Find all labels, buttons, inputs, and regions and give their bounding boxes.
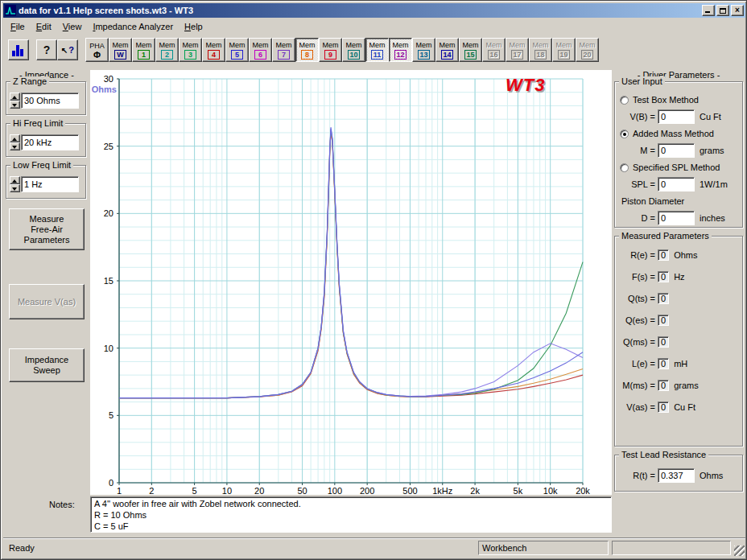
impedance-sweep-button[interactable]: Impedance Sweep — [9, 348, 85, 382]
low-freq-limit-group: Low Freq Limit 1 Hz — [6, 165, 86, 199]
svg-text:500: 500 — [402, 486, 417, 495]
mem-7-button[interactable]: Mem7 — [272, 38, 295, 62]
chart-canvas: 1251020501002005001kHz2k5k10k20k05101520… — [90, 70, 612, 495]
mem-15-button[interactable]: Mem15 — [459, 38, 482, 62]
measured-parameters-label: Measured Parameters — [619, 231, 712, 241]
mem-1-button[interactable]: Mem1 — [132, 38, 155, 62]
mem-4-button[interactable]: Mem4 — [202, 38, 225, 62]
svg-text:5: 5 — [109, 410, 113, 420]
menu-impedance-analyzer[interactable]: Impedance Analyzer — [87, 20, 179, 33]
spin-down-icon[interactable] — [10, 101, 20, 109]
mem-5-button[interactable]: Mem5 — [225, 38, 249, 62]
mem-button-label: Mem — [416, 41, 432, 49]
svg-text:10k: 10k — [543, 486, 558, 495]
hi-freq-spinner[interactable] — [10, 134, 20, 150]
mem-button-label: Mem — [276, 41, 292, 49]
mem-button-number: 20 — [581, 50, 593, 60]
spin-down-icon[interactable] — [10, 142, 20, 150]
mem-button-number: 14 — [441, 50, 453, 60]
mem-10-button[interactable]: Mem10 — [342, 38, 365, 62]
mem-button-label: Mem — [533, 41, 549, 49]
unit-label: 1W/1m — [700, 179, 728, 189]
mem-button-number: 17 — [511, 50, 523, 60]
minimize-button[interactable] — [702, 5, 715, 16]
measured-parameter-rows: R(e) =0OhmsF(s) =0HzQ(ts) =0Q(es) =0Q(ms… — [620, 249, 739, 413]
measured-label: Q(es) = — [620, 315, 655, 325]
field-label: M = — [620, 146, 655, 155]
menu-file[interactable]: File — [5, 20, 31, 33]
radio-test-box-method[interactable]: Test Box Method — [620, 92, 739, 108]
notes-textarea[interactable]: A 4'' woofer in free air with Zobel netw… — [90, 496, 612, 533]
maximize-button[interactable] — [716, 5, 729, 16]
mem-12-button[interactable]: Mem12 — [389, 38, 412, 62]
question-mark-icon: ? — [68, 45, 74, 55]
phi-icon: Φ — [93, 50, 101, 60]
menu-edit[interactable]: Edit — [31, 20, 57, 33]
titlebar[interactable]: data for v1.1 Help screen shots.wt3 - WT… — [3, 3, 745, 18]
mem-8-button[interactable]: Mem8 — [295, 38, 319, 62]
mem-button-strip: Mem1Mem2Mem3Mem4Mem5Mem6Mem7Mem8Mem9Mem1… — [132, 38, 599, 62]
menu-help[interactable]: Help — [179, 20, 208, 33]
svg-text:25: 25 — [104, 142, 113, 151]
svg-text:0: 0 — [109, 478, 113, 488]
svg-text:20: 20 — [104, 208, 113, 218]
context-help-button[interactable]: ↖? — [57, 39, 78, 60]
l-e-field: 0 — [658, 358, 669, 369]
resize-grip[interactable] — [734, 546, 745, 556]
r-e-field: 0 — [658, 249, 669, 261]
mem-button-number: 1 — [138, 50, 150, 60]
mem-button-label: Mem — [440, 41, 456, 49]
status-bar: Ready Workbench — [3, 537, 745, 557]
radio-added-mass-method[interactable]: Added Mass Method — [620, 126, 739, 142]
z-range-field[interactable]: 30 Ohms — [21, 93, 79, 109]
mem-14-button[interactable]: Mem14 — [435, 38, 459, 62]
spin-up-icon[interactable] — [10, 176, 20, 184]
radio-specified-spl-method[interactable]: Specified SPL Method — [620, 159, 739, 175]
test-lead-resistance-group: Test Lead Resistance R(t) = 0.337 Ohms — [614, 455, 743, 492]
measure-free-air-button[interactable]: Measure Free-Air Parameters — [9, 208, 85, 250]
svg-text:100: 100 — [328, 486, 342, 495]
close-button[interactable]: × — [731, 5, 744, 16]
mem-3-button[interactable]: Mem3 — [179, 38, 202, 62]
measured-unit: Hz — [674, 272, 684, 282]
mem-13-button[interactable]: Mem13 — [412, 38, 435, 62]
measured-label: R(e) = — [620, 250, 655, 260]
low-freq-field[interactable]: 1 Hz — [21, 176, 79, 192]
phase-button[interactable]: PHAΦ — [85, 38, 109, 62]
piston-diameter-row: D = 0 inches — [620, 209, 739, 227]
radio-icon — [620, 163, 629, 172]
mem-16-button: Mem16 — [482, 38, 506, 62]
added-mass-method-field[interactable]: 0 — [658, 143, 695, 158]
wt3-logo: WT3 — [506, 75, 545, 96]
z-range-spinner[interactable] — [10, 93, 20, 109]
test-box-method-field[interactable]: 0 — [658, 109, 695, 124]
low-freq-spinner[interactable] — [10, 176, 20, 192]
mem-6-button[interactable]: Mem6 — [249, 38, 272, 62]
mem-2-button[interactable]: Mem2 — [155, 38, 179, 62]
mem-button-label: Mem — [556, 41, 572, 49]
piston-unit-label: inches — [700, 213, 725, 223]
maximize-icon — [720, 8, 726, 14]
piston-diameter-field[interactable]: 0 — [658, 211, 695, 225]
mem-button-label: Mem — [136, 41, 152, 49]
hi-freq-limit-label: Hi Freq Limit — [10, 118, 65, 128]
measured-parameters-group: Measured Parameters R(e) =0OhmsF(s) =0Hz… — [614, 236, 743, 447]
mem-button-label: Mem — [206, 41, 222, 49]
mem-button-label: Mem — [183, 41, 199, 49]
menu-view[interactable]: View — [57, 20, 88, 33]
mem-11-button[interactable]: Mem11 — [365, 38, 389, 62]
hi-freq-field[interactable]: 20 kHz — [21, 134, 79, 150]
help-button[interactable]: ? — [36, 39, 57, 60]
mem-w-button[interactable]: MemW — [109, 38, 132, 62]
spin-up-icon[interactable] — [10, 93, 20, 101]
svg-text:200: 200 — [360, 486, 374, 495]
rt-field[interactable]: 0.337 — [658, 468, 695, 483]
measured-row-l-e: L(e) =0mH — [620, 358, 739, 369]
mem-9-button[interactable]: Mem9 — [319, 38, 342, 62]
status-text: Ready — [9, 543, 35, 553]
specified-spl-method-field[interactable]: 0 — [658, 177, 695, 191]
spin-down-icon[interactable] — [10, 184, 20, 192]
measured-unit: grams — [674, 381, 699, 390]
spin-up-icon[interactable] — [10, 134, 20, 142]
chart-display-button[interactable] — [8, 39, 29, 60]
